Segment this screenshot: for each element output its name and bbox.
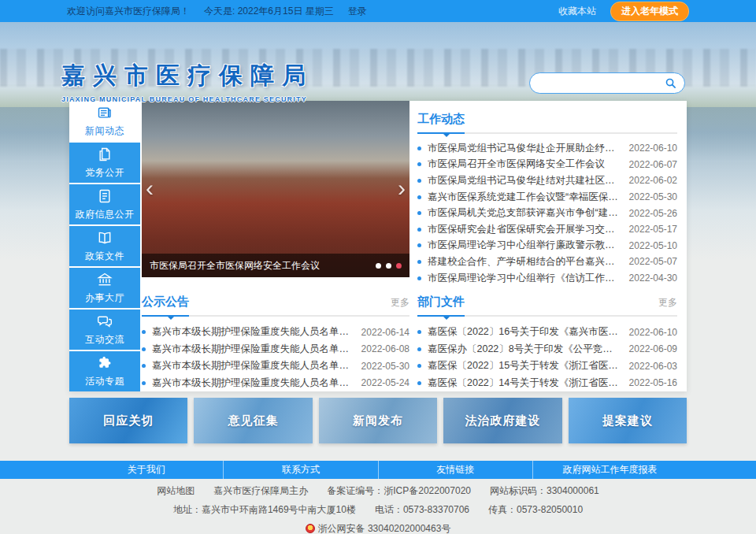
footer-nav-links[interactable]: 友情链接 — [379, 461, 533, 479]
bullet-icon — [417, 179, 421, 183]
footer-nav-about[interactable]: 关于我们 — [69, 461, 224, 479]
bullet-icon — [142, 347, 146, 351]
bullet-icon — [417, 195, 421, 199]
carousel-dot[interactable] — [376, 263, 381, 269]
sidebar-item-interaction[interactable]: 互动交流 — [69, 310, 140, 350]
banner-proposals[interactable]: 提案建议 — [569, 398, 687, 443]
banner-opinion-collection[interactable]: 意见征集 — [194, 398, 312, 443]
bullet-icon — [142, 381, 146, 385]
puzzle-icon — [97, 355, 113, 371]
bullet-icon — [417, 276, 421, 280]
list-item[interactable]: 嘉医保〔2022〕14号关于转发《浙江省医疗保…2022-05-16 — [417, 375, 677, 392]
sidebar-item-label: 新闻动态 — [85, 124, 124, 138]
news-date: 2022-05-16 — [629, 377, 677, 388]
news-date: 2022-06-02 — [629, 175, 677, 186]
list-item[interactable]: 嘉兴市本级长期护理保险重度失能人员名单公示（2…2022-06-14 — [142, 324, 410, 341]
footer-nav-contact[interactable]: 联系方式 — [224, 461, 378, 479]
list-item[interactable]: 嘉医保〔2022〕16号关于印发《嘉兴市医疗保…2022-06-10 — [417, 324, 677, 341]
news-date: 2022-06-14 — [361, 327, 410, 338]
list-item[interactable]: 市医保局党组书记马俊华赴结对共建社区指导全国文…2022-06-02 — [417, 172, 677, 189]
list-item[interactable]: 嘉兴市本级长期护理保险重度失能人员名单公示（2…2022-05-30 — [142, 358, 410, 375]
list-item[interactable]: 市医保局理论学习中心组举行廉政警示教育专题学习…2022-05-10 — [417, 238, 677, 254]
news-date: 2022-06-03 — [629, 361, 677, 372]
news-title: 嘉兴市本级长期护理保险重度失能人员名单公示（2… — [152, 325, 354, 339]
sidebar-item-label: 政府信息公开 — [76, 208, 135, 221]
news-title: 搭建校企合作、产学研相结合的平台嘉兴市长期护理… — [428, 255, 621, 269]
search-icon[interactable] — [665, 77, 676, 89]
sidebar-item-news[interactable]: 新闻动态 — [69, 101, 140, 141]
list-item[interactable]: 市医保局召开全市医保网络安全工作会议2022-06-07 — [417, 157, 677, 173]
bullet-icon — [142, 364, 146, 368]
list-item[interactable]: 市医保局理论学习中心组举行《信访工作条例》专题…2022-04-30 — [417, 270, 677, 287]
sidebar-item-policy-docs[interactable]: 政策文件 — [69, 226, 140, 266]
favorite-link[interactable]: 收藏本站 — [558, 5, 596, 18]
news-date: 2022-06-10 — [629, 143, 677, 154]
news-title: 嘉医保〔2022〕15号关于转发《浙江省医疗保… — [428, 359, 621, 373]
login-link[interactable]: 登录 — [348, 5, 367, 18]
news-title: 嘉兴市本级长期护理保险重度失能人员名单公示（2… — [152, 376, 354, 390]
news-title: 市医保局召开全市医保网络安全工作会议 — [428, 158, 621, 171]
sidebar-item-special-topics[interactable]: 活动专题 — [69, 351, 140, 391]
footer-nav-annual-report[interactable]: 政府网站工作年度报表 — [533, 461, 687, 479]
bullet-icon — [417, 364, 421, 368]
police-record[interactable]: 浙公网安备 33040202000463号 — [318, 523, 451, 534]
sidebar-item-label: 党务公开 — [85, 166, 124, 180]
section-title: 部门文件 — [417, 295, 465, 315]
news-title: 嘉医保〔2022〕14号关于转发《浙江省医疗保… — [428, 376, 621, 390]
document-lines-icon — [97, 188, 113, 204]
news-title: 市医保局党组书记马俊华赴结对共建社区指导全国文… — [428, 174, 621, 187]
bullet-icon — [417, 211, 421, 215]
banner-rule-of-law[interactable]: 法治政府建设 — [443, 398, 561, 443]
carousel-dot-active[interactable] — [396, 263, 402, 269]
more-link[interactable]: 更多 — [658, 296, 677, 315]
list-item[interactable]: 市医保局机关党总支部获评嘉兴市争创“建设清廉机…2022-05-26 — [417, 205, 677, 221]
elder-mode-button[interactable]: 进入老年模式 — [610, 2, 689, 21]
list-item[interactable]: 嘉医保办〔2022〕8号关于印发《公平竞争审查…2022-06-09 — [417, 341, 677, 358]
carousel-next-icon[interactable]: › — [398, 176, 406, 200]
book-icon — [97, 230, 113, 246]
footer-info: 网站地图嘉兴市医疗保障局主办备案证编号：浙ICP备2022007020网站标识码… — [0, 484, 756, 534]
news-date: 2022-04-30 — [629, 273, 677, 284]
banner-press-release[interactable]: 新闻发布 — [319, 398, 437, 443]
news-date: 2022-06-09 — [629, 343, 677, 354]
carousel-caption[interactable]: 市医保局召开全市医保网络安全工作会议 — [150, 259, 369, 273]
news-date: 2022-05-24 — [361, 377, 410, 388]
sidebar-item-label: 办事大厅 — [85, 291, 124, 305]
sidebar-item-label: 政策文件 — [85, 250, 124, 263]
news-title: 市医保局党组书记马俊华赴企开展助企纾困活动 — [428, 142, 621, 155]
sidebar-nav: 新闻动态 党务公开 政府信息公开 政策文件 — [69, 101, 140, 391]
main-content-card: 新闻动态 党务公开 政府信息公开 政策文件 — [69, 101, 687, 391]
section-work-news: 工作动态 市医保局党组书记马俊华赴企开展助企纾困活动2022-06-10 市医保… — [417, 110, 677, 286]
top-bar: 欢迎访问嘉兴市医疗保障局！ 今天是: 2022年6月15日 星期三 登录 收藏本… — [0, 0, 756, 22]
more-link[interactable]: 更多 — [391, 296, 410, 315]
carousel-dot[interactable] — [386, 263, 391, 269]
bullet-icon — [417, 146, 421, 150]
police-badge-icon — [306, 524, 315, 533]
list-item[interactable]: 嘉兴市医保系统党建工作会议暨“幸福医保”党建联…2022-05-30 — [417, 189, 677, 206]
banner-respond-concerns[interactable]: 回应关切 — [69, 398, 187, 443]
list-item[interactable]: 嘉医保〔2022〕15号关于转发《浙江省医疗保…2022-06-03 — [417, 358, 677, 375]
list-item[interactable]: 嘉兴市本级长期护理保险重度失能人员名单公示（2…2022-06-08 — [142, 341, 410, 358]
news-title: 市医保研究会赴省医保研究会开展学习交流活动 — [428, 223, 621, 236]
sidebar-item-label: 互动交流 — [85, 333, 124, 347]
bullet-icon — [417, 381, 421, 385]
dept-docs-list: 嘉医保〔2022〕16号关于印发《嘉兴市医疗保…2022-06-10 嘉医保办〔… — [417, 324, 677, 391]
news-date: 2022-06-08 — [361, 343, 410, 354]
fax-text: 传真：0573-82050010 — [488, 504, 583, 515]
page: 欢迎访问嘉兴市医疗保障局！ 今天是: 2022年6月15日 星期三 登录 收藏本… — [0, 0, 756, 534]
carousel-dots — [376, 263, 402, 269]
list-item[interactable]: 嘉兴市本级长期护理保险重度失能人员名单公示（2…2022-05-24 — [142, 375, 410, 392]
list-item[interactable]: 市医保研究会赴省医保研究会开展学习交流活动2022-05-17 — [417, 221, 677, 238]
news-date: 2022-05-30 — [361, 361, 410, 372]
site-map-link[interactable]: 网站地图 — [157, 485, 195, 496]
list-item[interactable]: 市医保局党组书记马俊华赴企开展助企纾困活动2022-06-10 — [417, 140, 677, 157]
sidebar-item-service-hall[interactable]: 办事大厅 — [69, 268, 140, 308]
sidebar-item-party-affairs[interactable]: 党务公开 — [69, 143, 140, 183]
list-item[interactable]: 搭建校企合作、产学研相结合的平台嘉兴市长期护理…2022-05-07 — [417, 254, 677, 270]
carousel-prev-icon[interactable]: ‹ — [146, 176, 154, 200]
banner-shortcuts: 回应关切 意见征集 新闻发布 法治政府建设 提案建议 — [69, 398, 687, 443]
search-input[interactable] — [538, 78, 665, 89]
sidebar-item-gov-info[interactable]: 政府信息公开 — [69, 184, 140, 224]
search-box — [529, 72, 685, 94]
folded-document-icon — [97, 146, 113, 162]
